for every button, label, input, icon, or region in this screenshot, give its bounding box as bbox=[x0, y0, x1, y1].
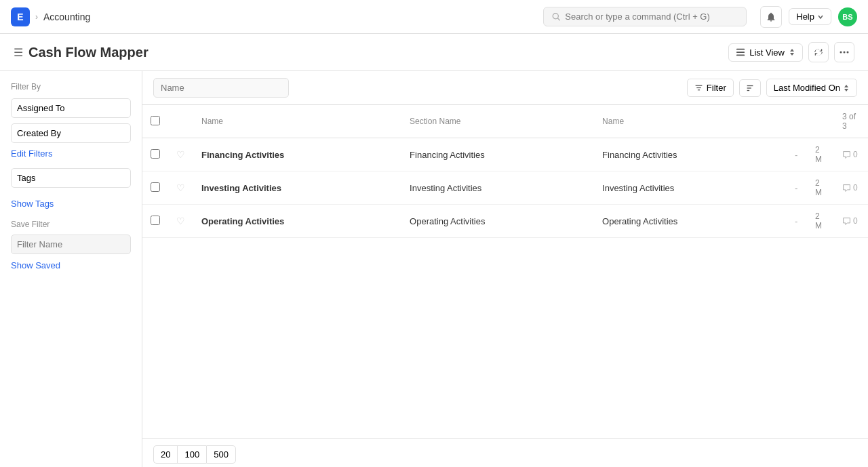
row-dash-1: - bbox=[787, 171, 807, 205]
main-layout: Filter By Assigned To Created By Edit Fi… bbox=[0, 71, 868, 467]
row-comments-2: 0 bbox=[842, 216, 860, 226]
chevron-updown-icon bbox=[843, 84, 850, 92]
sort-arrows-icon bbox=[789, 48, 795, 56]
last-modified-button[interactable]: Last Modified On bbox=[766, 79, 857, 97]
last-modified-label: Last Modified On bbox=[774, 83, 840, 93]
content-area: Filter Last Modified On bbox=[142, 71, 868, 467]
row-checkbox-0[interactable] bbox=[151, 149, 160, 159]
list-view-button[interactable]: List View bbox=[728, 43, 803, 62]
svg-rect-4 bbox=[736, 55, 745, 56]
total-count: 3 of 3 bbox=[842, 112, 856, 131]
filter-button[interactable]: Filter bbox=[687, 79, 734, 97]
page-size-20[interactable]: 20 bbox=[153, 445, 177, 464]
row-time-2: 2 M bbox=[807, 205, 834, 238]
favorite-icon-1[interactable]: ♡ bbox=[176, 182, 185, 193]
row-section-1: Investing Activities bbox=[401, 171, 594, 205]
save-filter-label: Save Filter bbox=[11, 220, 131, 229]
filter-name-input[interactable] bbox=[11, 235, 131, 254]
svg-rect-2 bbox=[736, 49, 745, 50]
pagination: 20 100 500 bbox=[142, 438, 868, 467]
svg-line-1 bbox=[558, 18, 560, 20]
row-time-0: 2 M bbox=[807, 138, 834, 171]
filter-icon bbox=[694, 83, 703, 92]
col-section-header: Section Name bbox=[401, 105, 594, 138]
search-input[interactable] bbox=[565, 12, 738, 22]
refresh-icon bbox=[814, 47, 823, 57]
chevron-down-icon bbox=[817, 14, 824, 20]
bell-icon bbox=[766, 12, 776, 22]
select-all-checkbox[interactable] bbox=[151, 116, 160, 125]
help-button[interactable]: Help bbox=[789, 8, 831, 25]
row-checkbox-2[interactable] bbox=[151, 216, 160, 225]
col-name-header: Name bbox=[193, 105, 401, 138]
col-name2-header: Name bbox=[594, 105, 787, 138]
page-title: Cash Flow Mapper bbox=[28, 45, 149, 60]
table-row: ♡ Operating Activities Operating Activit… bbox=[142, 205, 868, 238]
row-comments-0: 0 bbox=[842, 150, 860, 159]
page-size-100[interactable]: 100 bbox=[177, 445, 206, 464]
tags-row: Tags bbox=[11, 168, 131, 193]
list-view-label: List View bbox=[749, 47, 785, 58]
page-header: ☰ Cash Flow Mapper List View bbox=[0, 34, 868, 71]
sort-icon bbox=[745, 83, 755, 93]
filter-label: Filter bbox=[707, 83, 726, 93]
table-header-row: Name Section Name Name 3 of 3 bbox=[142, 105, 868, 138]
search-icon bbox=[552, 12, 561, 22]
favorite-icon-0[interactable]: ♡ bbox=[176, 149, 185, 160]
row-name-0: Financing Activities bbox=[193, 138, 401, 171]
created-by-select[interactable]: Created By bbox=[11, 123, 131, 143]
nav-icons: Help BS bbox=[760, 6, 857, 28]
page-size-500[interactable]: 500 bbox=[206, 445, 236, 464]
comment-icon bbox=[842, 184, 851, 192]
breadcrumb-separator: › bbox=[35, 12, 38, 22]
ellipsis-icon bbox=[840, 51, 849, 54]
refresh-button[interactable] bbox=[808, 42, 829, 62]
help-label: Help bbox=[796, 12, 814, 22]
list-view-icon bbox=[736, 47, 745, 57]
show-tags-link[interactable]: Show Tags bbox=[11, 199, 131, 209]
assigned-to-select[interactable]: Assigned To bbox=[11, 98, 131, 118]
app-icon[interactable]: E bbox=[11, 7, 30, 26]
row-checkbox-1[interactable] bbox=[151, 182, 160, 192]
tags-select[interactable]: Tags bbox=[11, 168, 131, 188]
row-name2-0: Financing Activities bbox=[594, 138, 787, 171]
svg-rect-3 bbox=[736, 52, 745, 53]
name-filter-input[interactable] bbox=[153, 78, 289, 98]
show-saved-link[interactable]: Show Saved bbox=[11, 260, 60, 270]
comment-icon bbox=[842, 150, 851, 159]
header-actions: List View bbox=[728, 42, 854, 62]
table-wrap: Name Section Name Name 3 of 3 ♡ Financin… bbox=[142, 105, 868, 438]
filter-by-label: Filter By bbox=[11, 82, 131, 92]
edit-filters-link[interactable]: Edit Filters bbox=[11, 148, 131, 159]
svg-point-6 bbox=[844, 52, 846, 54]
row-dash-0: - bbox=[787, 138, 807, 171]
sidebar: Filter By Assigned To Created By Edit Fi… bbox=[0, 71, 142, 467]
search-bar[interactable] bbox=[543, 7, 747, 26]
svg-point-5 bbox=[840, 52, 842, 54]
table-row: ♡ Investing Activities Investing Activit… bbox=[142, 171, 868, 205]
row-section-0: Financing Activities bbox=[401, 138, 594, 171]
avatar: BS bbox=[838, 7, 857, 26]
row-name-1: Investing Activities bbox=[193, 171, 401, 205]
row-name-2: Operating Activities bbox=[193, 205, 401, 238]
name-search bbox=[153, 78, 682, 98]
row-dash-2: - bbox=[787, 205, 807, 238]
favorite-icon-2[interactable]: ♡ bbox=[176, 216, 185, 226]
hamburger-icon[interactable]: ☰ bbox=[14, 46, 23, 59]
row-name2-2: Operating Activities bbox=[594, 205, 787, 238]
topnav: E › Accounting Help BS bbox=[0, 0, 868, 34]
comment-icon bbox=[842, 217, 851, 226]
row-comments-1: 0 bbox=[842, 183, 860, 192]
notifications-button[interactable] bbox=[760, 6, 782, 28]
table-row: ♡ Financing Activities Financing Activit… bbox=[142, 138, 868, 171]
content-header: Filter Last Modified On bbox=[142, 71, 868, 105]
row-section-2: Operating Activities bbox=[401, 205, 594, 238]
row-time-1: 2 M bbox=[807, 171, 834, 205]
more-options-button[interactable] bbox=[834, 42, 854, 62]
svg-point-7 bbox=[847, 52, 849, 54]
sort-button[interactable] bbox=[739, 79, 761, 97]
data-table: Name Section Name Name 3 of 3 ♡ Financin… bbox=[142, 105, 868, 238]
row-name2-1: Investing Activities bbox=[594, 171, 787, 205]
breadcrumb-accounting[interactable]: Accounting bbox=[43, 12, 90, 22]
